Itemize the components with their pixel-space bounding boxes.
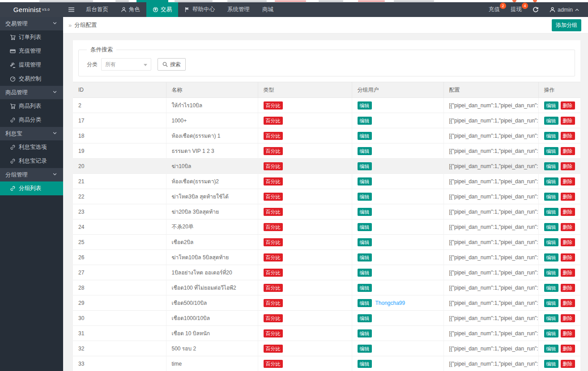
user-menu[interactable]: admin	[544, 2, 584, 17]
sidebar-item-order-list[interactable]: 订单列表	[0, 30, 63, 44]
nav-item-mall[interactable]: 商城	[256, 2, 280, 17]
nav-item-label: 商城	[262, 6, 273, 13]
row-edit-button[interactable]: 编辑	[544, 208, 558, 216]
group-user-edit-button[interactable]: 编辑	[358, 223, 372, 231]
row-edit-button[interactable]: 编辑	[544, 117, 558, 125]
group-user-edit-button[interactable]: 编辑	[358, 329, 372, 337]
row-delete-button[interactable]: 删除	[561, 101, 575, 110]
sidebar-item-interest-records[interactable]: 利息宝记录	[0, 154, 63, 168]
withdraw-nav-item[interactable]: 提现 4	[505, 2, 527, 17]
row-delete-button[interactable]: 删除	[561, 193, 575, 201]
sidebar-item-recharge-manage[interactable]: 充值管理	[0, 44, 63, 58]
row-delete-button[interactable]: 删除	[561, 223, 575, 231]
row-edit-button[interactable]: 编辑	[544, 253, 558, 261]
nav-item-trade[interactable]: 交易	[146, 2, 178, 17]
row-delete-button[interactable]: 删除	[561, 329, 575, 337]
type-badge: 百分比	[264, 147, 283, 155]
row-edit-button[interactable]: 编辑	[544, 269, 558, 277]
link-icon	[10, 158, 16, 164]
row-edit-button[interactable]: 编辑	[544, 162, 558, 170]
row-edit-button[interactable]: 编辑	[544, 329, 558, 337]
group-user-edit-button[interactable]: 编辑	[358, 314, 372, 322]
row-edit-button[interactable]: 编辑	[544, 345, 558, 353]
sidebar-item-goods-category[interactable]: 商品分类	[0, 113, 63, 127]
row-delete-button[interactable]: 删除	[561, 132, 575, 140]
cell-group-user: 编辑	[352, 311, 443, 326]
sidebar-section-group-manage[interactable]: 分组管理	[0, 168, 63, 181]
row-edit-button[interactable]: 编辑	[544, 223, 558, 231]
row-edit-button[interactable]: 编辑	[544, 238, 558, 246]
row-edit-button[interactable]: 编辑	[544, 147, 558, 155]
group-user-edit-button[interactable]: 编辑	[358, 147, 372, 155]
row-edit-button[interactable]: 编辑	[544, 284, 558, 292]
cell-name: เชือด100 ที่ไม่ยอมต่อวีไอพี2	[166, 280, 258, 295]
sidebar-item-withdraw-manage[interactable]: 提现管理	[0, 58, 63, 72]
sidebar-item-group-list[interactable]: 分组列表	[0, 181, 63, 195]
type-badge: 百分比	[264, 193, 283, 201]
nav-item-system-manage[interactable]: 系统管理	[221, 2, 256, 17]
cell-name: 1000+	[166, 113, 258, 128]
row-delete-button[interactable]: 删除	[561, 117, 575, 125]
group-user-edit-button[interactable]: 编辑	[358, 253, 372, 261]
category-select[interactable]: 所有	[101, 58, 151, 71]
sidebar-section-trade-manage[interactable]: 交易管理	[0, 17, 63, 30]
nav-item-dashboard[interactable]: 后台首页	[80, 2, 115, 17]
cell-name: เชือด2บิล	[166, 235, 258, 250]
hamburger-menu-icon[interactable]	[63, 2, 80, 17]
row-delete-button[interactable]: 删除	[561, 177, 575, 186]
sidebar-section-label: 交易管理	[5, 20, 28, 28]
row-delete-button[interactable]: 删除	[561, 345, 575, 353]
sidebar-item-label: 利息宝记录	[19, 157, 47, 165]
recharge-nav-item[interactable]: 充值 2	[483, 2, 505, 17]
group-user-edit-button[interactable]: 编辑	[358, 284, 372, 292]
breadcrumb: 分组配置	[74, 21, 97, 29]
search-button[interactable]: 搜索	[158, 58, 186, 71]
row-delete-button[interactable]: 删除	[561, 253, 575, 261]
table-row: 19ธรรมดา VIP 1 2 3百分比编辑[{"pipei_dan_num"…	[73, 143, 580, 159]
row-delete-button[interactable]: 删除	[561, 269, 575, 277]
nav-item-roles[interactable]: 角色	[115, 2, 146, 17]
breadcrumb-bar: » 分组配置 添加分组	[63, 17, 588, 34]
group-user-edit-button[interactable]: 编辑	[358, 101, 372, 110]
group-user-edit-button[interactable]: 编辑	[358, 132, 372, 140]
row-edit-button[interactable]: 编辑	[544, 132, 558, 140]
sidebar-item-trade-control[interactable]: 交易控制	[0, 72, 63, 86]
refresh-icon[interactable]	[527, 2, 544, 17]
group-user-edit-button[interactable]: 编辑	[358, 360, 372, 368]
sidebar-section-interest-treasure[interactable]: 利息宝	[0, 127, 63, 140]
row-edit-button[interactable]: 编辑	[544, 101, 558, 110]
row-delete-button[interactable]: 删除	[561, 314, 575, 322]
row-delete-button[interactable]: 删除	[561, 208, 575, 216]
group-user-edit-button[interactable]: 编辑	[358, 177, 372, 186]
row-edit-button[interactable]: 编辑	[544, 299, 558, 307]
row-edit-button[interactable]: 编辑	[544, 193, 558, 201]
sidebar-item-interest-options[interactable]: 利息宝选项	[0, 140, 63, 154]
cell-type: 百分比	[258, 341, 352, 356]
cell-group-user: 编辑	[352, 143, 443, 159]
row-delete-button[interactable]: 删除	[561, 360, 575, 368]
group-user-edit-button[interactable]: 编辑	[358, 117, 372, 125]
group-user-edit-button[interactable]: 编辑	[358, 345, 372, 353]
group-user-edit-button[interactable]: 编辑	[358, 238, 372, 246]
type-badge: 百分比	[264, 162, 283, 170]
row-delete-button[interactable]: 删除	[561, 238, 575, 246]
group-user-edit-button[interactable]: 编辑	[358, 193, 372, 201]
sidebar-item-goods-list[interactable]: 商品列表	[0, 99, 63, 113]
type-badge: 百分比	[264, 329, 283, 337]
nav-item-help-center[interactable]: 帮助中心	[178, 2, 221, 17]
group-user-edit-button[interactable]: 编辑	[358, 162, 372, 170]
group-user-edit-button[interactable]: 编辑	[358, 269, 372, 277]
row-delete-button[interactable]: 删除	[561, 162, 575, 170]
group-user-link[interactable]: Thongcha99	[375, 300, 405, 306]
row-delete-button[interactable]: 删除	[561, 147, 575, 155]
cell-actions: 编辑删除	[538, 326, 580, 341]
add-group-button[interactable]: 添加分组	[552, 19, 581, 31]
row-edit-button[interactable]: 编辑	[544, 360, 558, 368]
row-delete-button[interactable]: 删除	[561, 299, 575, 307]
group-user-edit-button[interactable]: 编辑	[358, 208, 372, 216]
row-delete-button[interactable]: 删除	[561, 284, 575, 292]
row-edit-button[interactable]: 编辑	[544, 314, 558, 322]
group-user-edit-button[interactable]: 编辑	[358, 299, 372, 307]
row-edit-button[interactable]: 编辑	[544, 177, 558, 186]
sidebar-section-goods-manage[interactable]: 商品管理	[0, 86, 63, 99]
